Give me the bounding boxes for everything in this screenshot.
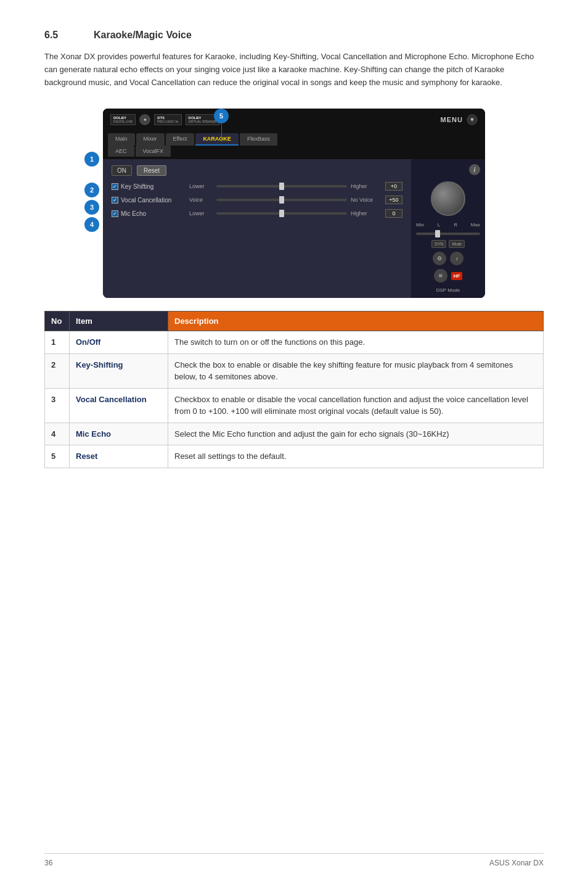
info-icon[interactable]: i	[469, 164, 480, 175]
mic-echo-slider[interactable]	[216, 212, 347, 215]
product-name: ASUS Xonar DX	[489, 859, 544, 867]
table-header-no: No	[45, 311, 70, 331]
logo-icon-middle: ✦	[139, 114, 150, 125]
sidebar-hf-row: ≋ HF	[434, 269, 463, 283]
eq-icon[interactable]: ≋	[434, 269, 447, 283]
vocal-cancellation-voice-label: Voice	[189, 197, 213, 203]
volume-knob[interactable]	[431, 181, 465, 216]
mic-echo-thumb	[279, 210, 284, 217]
tab-vocalfx[interactable]: VocalFX	[136, 146, 171, 157]
menu-icon[interactable]: ▼	[467, 114, 478, 125]
vocal-cancellation-slider[interactable]	[216, 199, 347, 201]
key-shifting-row: ✓ Key Shifting Lower Higher +0	[112, 182, 402, 191]
tab-aec[interactable]: AEC	[108, 146, 134, 157]
features-table: No Item Description 1 On/Off The switch …	[44, 311, 544, 468]
ui-content: ON Reset ✓ Key Shifting Lower	[103, 159, 485, 298]
callout-5-line	[221, 123, 222, 142]
ui-menu: MENU ▼	[441, 114, 478, 125]
key-shifting-track	[216, 185, 347, 188]
table-row: 1 On/Off The switch to turn on or off th…	[45, 331, 544, 354]
ui-tabbar-row2: AEC VocalFX	[103, 146, 485, 159]
settings-icon[interactable]: ⚙	[433, 252, 446, 265]
r-label: R	[454, 222, 457, 228]
cell-item: Key-Shifting	[70, 353, 168, 388]
ui-main-controls: ON Reset ✓ Key Shifting Lower	[103, 159, 411, 298]
tab-flexbass[interactable]: FlexBass	[240, 133, 277, 146]
vocal-cancellation-thumb	[279, 196, 284, 204]
reset-button[interactable]: Reset	[137, 165, 166, 176]
vocal-cancellation-novoice-label: No Voice	[351, 197, 382, 203]
cell-item: Reset	[70, 445, 168, 468]
mic-echo-value: 0	[385, 209, 402, 218]
tab-mixer[interactable]: Mixer	[136, 133, 165, 146]
menu-label: MENU	[441, 116, 463, 123]
cell-item: On/Off	[70, 331, 168, 354]
vocal-cancellation-track	[216, 199, 347, 201]
hf-badge: HF	[451, 272, 463, 280]
l-label: L	[438, 222, 440, 228]
cell-no: 3	[45, 388, 70, 423]
table-header-description: Description	[168, 311, 544, 331]
cell-description: Checkbox to enable or disable the vocal …	[168, 388, 544, 423]
tab-main[interactable]: Main	[108, 133, 135, 146]
mute-button[interactable]: Mute	[449, 240, 465, 248]
vocal-cancellation-checkbox[interactable]: ✓	[112, 197, 118, 204]
cell-no: 1	[45, 331, 70, 354]
sidebar-minmax-labels: Min L R Max	[416, 222, 480, 228]
section-heading: 6.5 Karaoke/Magic Voice	[44, 30, 544, 41]
mic-echo-lower-label: Lower	[189, 210, 213, 217]
cell-item: Vocal Cancellation	[70, 388, 168, 423]
ui-panel: DOLBY DIGITAL LIVE ✦ DTS PRO LOGIC IIx D…	[103, 109, 485, 298]
callout-1: 1	[84, 152, 99, 167]
speaker-icon[interactable]: ♪	[450, 252, 463, 265]
callout-2: 2	[84, 183, 99, 197]
cell-item: Mic Echo	[70, 423, 168, 445]
vocal-cancellation-label: Vocal Cancellation	[121, 197, 171, 204]
key-shifting-checkbox-label: ✓ Key Shifting	[112, 183, 186, 190]
sidebar-balance-slider[interactable]	[416, 233, 480, 235]
dts-logo: DTS PRO LOGIC IIx	[154, 114, 181, 125]
cell-description: Reset all settings to the default.	[168, 445, 544, 468]
mic-echo-label: Mic Echo	[121, 210, 146, 217]
key-shifting-value: +0	[385, 182, 402, 191]
ui-tabbar-row1: Main Mixer Effect KARAOKE FlexBass	[103, 131, 485, 146]
cell-no: 2	[45, 353, 70, 388]
key-shifting-thumb	[279, 183, 284, 190]
min-label: Min	[416, 222, 424, 228]
page-footer: 36 ASUS Xonar DX	[44, 853, 544, 867]
dolby-logo: DOLBY DIGITAL LIVE	[110, 114, 136, 125]
key-shifting-label: Key Shifting	[121, 183, 153, 190]
vocal-cancellation-value: +50	[385, 196, 402, 204]
on-reset-row: ON Reset	[112, 165, 402, 176]
page-number: 36	[44, 859, 52, 867]
max-label: Max	[471, 222, 480, 228]
on-button[interactable]: ON	[112, 165, 132, 176]
key-shifting-lower-label: Lower	[189, 183, 213, 189]
sidebar-icon-row: ⚙ ♪	[433, 252, 463, 265]
table-row: 4 Mic Echo Select the Mic Echo function …	[45, 423, 544, 445]
mic-echo-track	[216, 212, 347, 215]
table-row: 3 Vocal Cancellation Checkbox to enable …	[45, 388, 544, 423]
syn-mute-row: SYN Mute	[431, 240, 465, 248]
vocal-cancellation-checkbox-label: ✓ Vocal Cancellation	[112, 197, 186, 204]
body-text: The Xonar DX provides powerful features …	[44, 51, 544, 89]
vocal-cancellation-row: ✓ Vocal Cancellation Voice No Voice +50	[112, 196, 402, 204]
cell-description: Check the box to enable or disable the k…	[168, 353, 544, 388]
key-shifting-checkbox[interactable]: ✓	[112, 183, 118, 190]
callout-4: 4	[84, 217, 99, 232]
mic-echo-higher-label: Higher	[351, 210, 382, 217]
cell-description: The switch to turn on or off the functio…	[168, 331, 544, 354]
table-header-item: Item	[70, 311, 168, 331]
syn-button[interactable]: SYN	[431, 240, 446, 248]
table-row: 5 Reset Reset all settings to the defaul…	[45, 445, 544, 468]
mic-echo-checkbox[interactable]: ✓	[112, 210, 118, 217]
key-shifting-slider[interactable]	[216, 185, 347, 188]
section-number: 6.5	[44, 30, 74, 41]
mic-echo-row: ✓ Mic Echo Lower Higher 0	[112, 209, 402, 218]
tab-karaoke[interactable]: KARAOKE	[195, 133, 239, 146]
sidebar-balance-thumb	[435, 230, 440, 237]
section-title: Karaoke/Magic Voice	[94, 30, 192, 41]
cell-no: 4	[45, 423, 70, 445]
tab-effect[interactable]: Effect	[166, 133, 195, 146]
ui-screenshot: 5 1 2 3 4 DOLBY DIGITAL LIVE	[84, 109, 504, 281]
